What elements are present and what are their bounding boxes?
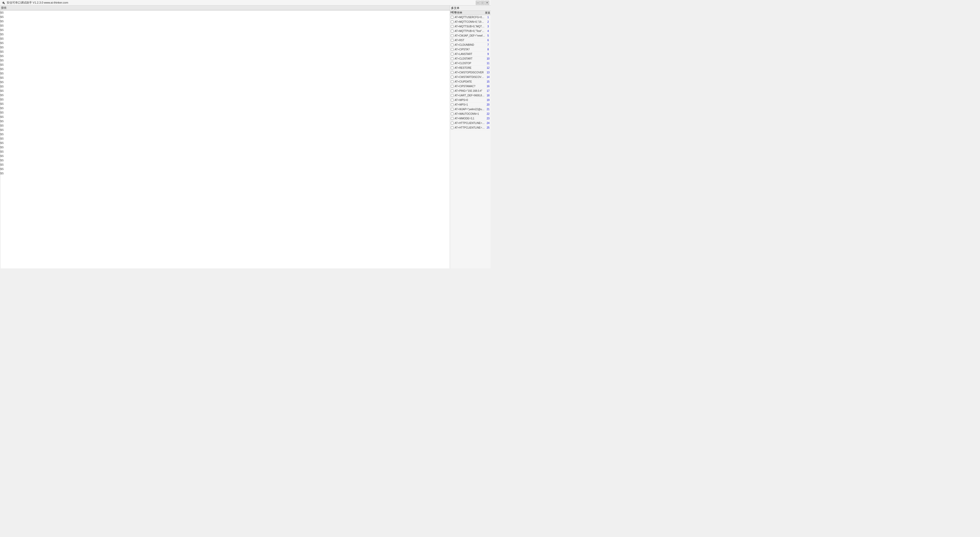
receive-line: $S: [0, 19, 450, 24]
mt-send-2[interactable]: 2: [485, 21, 491, 23]
mt-content-1: AT+MQTTUSERCFG=0,1,...: [454, 16, 485, 19]
receive-line: $S: [0, 106, 450, 110]
hex-checkbox-2[interactable]: [450, 21, 454, 23]
mt-send-6[interactable]: 6: [485, 39, 491, 41]
list-item: AT+CWSTOPDISCOVER 13: [450, 70, 491, 75]
receive-line: $S: [0, 154, 450, 158]
mt-content-24: AT+HTTPCLIENTLINE=1,2...: [454, 122, 485, 124]
mt-content-4: AT+MQTTPUB=0,"Test","t...: [454, 30, 485, 32]
list-item: AT+MQTTPUB=0,"Test","t... 4: [450, 29, 491, 33]
hex-checkbox-13[interactable]: [450, 71, 454, 74]
maximize-button[interactable]: □: [480, 1, 485, 5]
mt-send-11[interactable]: 11: [485, 62, 491, 65]
mt-send-23[interactable]: 23: [485, 117, 491, 120]
hex-checkbox-3[interactable]: [450, 25, 454, 28]
hex-checkbox-12[interactable]: [450, 67, 454, 69]
mt-send-21[interactable]: 21: [485, 108, 491, 111]
list-item: AT+MQTTSUB=0,"MQTT... 3: [450, 24, 491, 29]
hex-checkbox-9[interactable]: [450, 53, 454, 56]
hex-checkbox-16[interactable]: [450, 85, 454, 88]
mt-send-16[interactable]: 16: [485, 85, 491, 88]
receive-line: $S: [0, 110, 450, 115]
mt-send-5[interactable]: 5: [485, 34, 491, 37]
hex-checkbox-14[interactable]: [450, 76, 454, 78]
mt-send-13[interactable]: 13: [485, 71, 491, 74]
list-item: AT+MQTTUSERCFG=0,1,... 1: [450, 15, 491, 20]
list-item: AT+RESTORE 12: [450, 66, 491, 70]
mt-send-19[interactable]: 19: [485, 99, 491, 102]
hex-checkbox-20[interactable]: [450, 103, 454, 106]
col-hex-header: HEX: [450, 11, 455, 14]
hex-checkbox-24[interactable]: [450, 122, 454, 124]
hex-checkbox-10[interactable]: [450, 57, 454, 60]
receive-line: $S: [0, 102, 450, 106]
list-item: AT+HTTPCLIENTLINE=1,2... 25: [450, 126, 491, 130]
list-item: AT+CIUPDATE 15: [450, 80, 491, 84]
list-item: AT+CLDSTART 10: [450, 56, 491, 61]
mt-send-12[interactable]: 12: [485, 67, 491, 69]
mt-send-22[interactable]: 22: [485, 112, 491, 115]
receive-line: $S: [0, 167, 450, 171]
close-button[interactable]: ✕: [485, 1, 489, 5]
list-item: AT+WMODE=3,1 23: [450, 116, 491, 121]
hex-checkbox-11[interactable]: [450, 62, 454, 65]
hex-checkbox-6[interactable]: [450, 39, 454, 41]
receive-line: $S: [0, 41, 450, 45]
hex-checkbox-4[interactable]: [450, 30, 454, 32]
hex-checkbox-5[interactable]: [450, 34, 454, 37]
mt-send-10[interactable]: 10: [485, 57, 491, 60]
receive-line: $S: [0, 11, 450, 15]
hex-checkbox-1[interactable]: [450, 16, 454, 19]
receive-content: $S $S $S $S $S $S $S $S $S $S $S $S $S $…: [0, 10, 450, 268]
receive-label: 接收: [0, 6, 450, 10]
minimize-button[interactable]: —: [476, 1, 480, 5]
title-bar: 🔌 安信可串口调试助手 V1.2.3.0 www.ai-thinker.com …: [0, 0, 491, 6]
hex-checkbox-25[interactable]: [450, 126, 454, 129]
mt-send-24[interactable]: 24: [485, 122, 491, 124]
mt-content-13: AT+CWSTOPDISCOVER: [454, 71, 485, 74]
list-item: AT+WJAP="ywlim22@unf... 21: [450, 107, 491, 112]
receive-line: $S: [0, 128, 450, 132]
mt-content-8: AT+CIPSTA?: [454, 48, 485, 51]
list-item: AT+RST 6: [450, 38, 491, 43]
mt-send-8[interactable]: 8: [485, 48, 491, 51]
receive-line: $S: [0, 58, 450, 63]
hex-checkbox-23[interactable]: [450, 117, 454, 120]
mt-send-15[interactable]: 15: [485, 80, 491, 83]
receive-line: $S: [0, 145, 450, 150]
list-item: AT+UART_DEF=9600,8,1... 18: [450, 93, 491, 98]
col-content-header: 字符串: [455, 11, 485, 14]
receive-line: $S: [0, 37, 450, 41]
receive-line: $S: [0, 97, 450, 102]
mt-content-7: AT+CLDUNBIND: [454, 43, 485, 46]
mt-send-4[interactable]: 4: [485, 30, 491, 32]
hex-checkbox-21[interactable]: [450, 108, 454, 111]
hex-checkbox-7[interactable]: [450, 43, 454, 46]
list-item: AT+HTTPCLIENTLINE=1,2... 24: [450, 121, 491, 126]
receive-line: $S: [0, 63, 450, 67]
mt-content-5: AT+CWJAP_DEF="newfi...: [454, 34, 485, 37]
mt-send-3[interactable]: 3: [485, 25, 491, 28]
hex-checkbox-22[interactable]: [450, 112, 454, 115]
mt-send-18[interactable]: 18: [485, 94, 491, 97]
mt-send-17[interactable]: 17: [485, 89, 491, 92]
mt-content-19: AT+WPS=0: [454, 99, 485, 102]
mt-send-25[interactable]: 25: [485, 126, 491, 129]
hex-checkbox-8[interactable]: [450, 48, 454, 51]
hex-checkbox-17[interactable]: [450, 89, 454, 92]
mt-send-1[interactable]: 1: [485, 16, 491, 19]
mt-send-14[interactable]: 14: [485, 76, 491, 78]
mt-content-9: AT+LANSTART: [454, 53, 485, 56]
receive-line: $S: [0, 132, 450, 137]
mt-send-7[interactable]: 7: [485, 43, 491, 46]
list-item: AT+CLDUNBIND 7: [450, 43, 491, 47]
mt-send-20[interactable]: 20: [485, 103, 491, 106]
list-item: AT+WPS=1 20: [450, 102, 491, 107]
hex-checkbox-15[interactable]: [450, 80, 454, 83]
mt-content-22: AT+WAUTOCONN=1: [454, 112, 485, 115]
receive-line: $S: [0, 119, 450, 123]
hex-checkbox-19[interactable]: [450, 99, 454, 102]
mt-send-9[interactable]: 9: [485, 53, 491, 56]
list-item: AT+MQTTCONN=0,"192.1... 2: [450, 20, 491, 24]
hex-checkbox-18[interactable]: [450, 94, 454, 97]
